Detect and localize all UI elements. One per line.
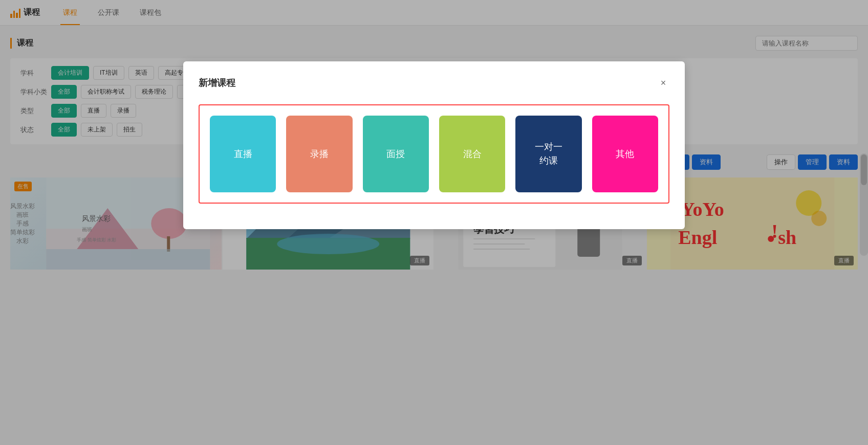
course-types-grid: 直播 录播 面授 混合 一对一 约课 其他 [199, 104, 669, 204]
new-course-modal: 新增课程 × 直播 录播 面授 混合 一对一 约课 其他 [183, 61, 685, 229]
modal-header: 新增课程 × [199, 77, 669, 89]
modal-backdrop: 新增课程 × 直播 录播 面授 混合 一对一 约课 其他 [0, 0, 868, 280]
course-type-classroom[interactable]: 面授 [363, 116, 429, 192]
course-type-one-on-one[interactable]: 一对一 约课 [515, 116, 581, 192]
course-type-mixed[interactable]: 混合 [439, 116, 505, 192]
course-type-live[interactable]: 直播 [210, 116, 276, 192]
course-type-other[interactable]: 其他 [592, 116, 658, 192]
course-type-recorded[interactable]: 录播 [286, 116, 352, 192]
modal-title: 新增课程 [199, 77, 235, 89]
modal-close-button[interactable]: × [657, 77, 669, 89]
